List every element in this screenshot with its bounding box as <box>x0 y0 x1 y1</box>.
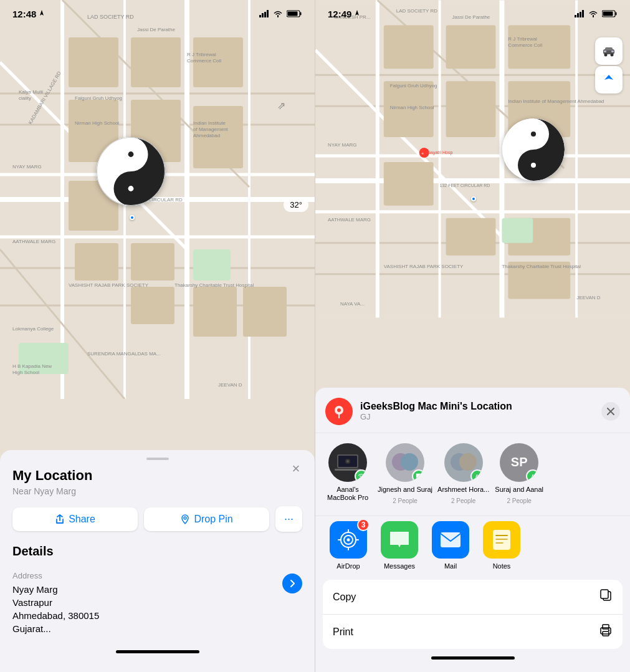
contacts-row: Aanal'sMacBook Pro Jignesh and S <box>315 433 630 516</box>
svg-text:SURENDRA MANGALDAS MA...: SURENDRA MANGALDAS MA... <box>87 351 161 357</box>
wifi-icon-right <box>588 10 598 17</box>
message-small-icon <box>416 473 422 479</box>
bottom-indicator-right <box>431 656 515 660</box>
address-text: Nyay Marg Vastrapur Ahmedabad, 380015 Gu… <box>12 583 99 635</box>
messages-icon <box>388 530 411 550</box>
app-item-messages[interactable]: Messages <box>374 521 425 570</box>
svg-rect-67 <box>300 12 302 16</box>
svg-text:NAYA VA...: NAYA VA... <box>340 301 365 307</box>
close-button-left[interactable]: × <box>287 460 305 478</box>
svg-rect-64 <box>264 12 266 17</box>
copy-icon-svg <box>599 588 613 602</box>
svg-text:Ahmedabad: Ahmedabad <box>193 133 220 138</box>
location-button[interactable] <box>595 66 623 94</box>
details-section: Details Address Nyay Marg Vastrapur Ahme… <box>12 544 302 640</box>
svg-rect-148 <box>493 530 510 550</box>
svg-point-120 <box>604 54 608 57</box>
right-phone: LAD SOCIETY RD Jassi De Parathe R J Trib… <box>315 0 630 672</box>
share-sheet: iGeeksBlog Mac Mini's Location GJ <box>315 388 630 672</box>
contact-initials-sp: SP <box>511 455 528 469</box>
status-bar-left: 12:48 <box>0 0 315 27</box>
svg-point-132 <box>337 408 341 412</box>
contact-name-arshmeet: Arshmeet Hora... <box>437 486 489 494</box>
driving-mode-button[interactable] <box>595 37 623 65</box>
more-button[interactable]: ··· <box>275 506 302 532</box>
svg-rect-18 <box>131 37 181 87</box>
svg-text:R J Tribrewal: R J Tribrewal <box>187 52 216 57</box>
location-arrow-icon <box>603 74 614 85</box>
svg-rect-130 <box>603 12 613 16</box>
svg-text:Falguni Gruh Udhyog: Falguni Gruh Udhyog <box>390 83 437 89</box>
location-title: My Location <box>12 468 302 484</box>
airdrop-icon-wrap: 3 <box>330 521 367 559</box>
svg-text:JEEVAN D: JEEVAN D <box>576 295 601 300</box>
svg-point-116 <box>531 132 536 137</box>
wifi-small-icon <box>358 473 365 480</box>
close-x-icon <box>607 408 614 415</box>
app-item-airdrop[interactable]: 3 AirDrop <box>323 521 374 570</box>
temperature-badge: 32° <box>284 198 308 212</box>
svg-text:NYAY MARG: NYAY MARG <box>12 164 42 170</box>
contact-item-macbook[interactable]: Aanal'sMacBook Pro <box>323 443 373 506</box>
contact-avatar-jignesh <box>386 443 424 482</box>
address-share-icon[interactable] <box>282 574 302 593</box>
app-item-mail[interactable]: Mail <box>425 521 476 570</box>
location-pin-avatar <box>325 398 353 425</box>
svg-text:AATHWALE MARG: AATHWALE MARG <box>328 217 371 223</box>
contact-item-jignesh[interactable]: Jignesh and Suraj 2 People <box>378 443 432 506</box>
contact-sub-jignesh: 2 People <box>393 497 417 504</box>
notes-icon-wrap <box>483 521 520 559</box>
svg-point-146 <box>347 539 350 542</box>
svg-point-69 <box>184 517 186 519</box>
location-subtitle: Near Nyay Marg <box>12 486 302 496</box>
svg-rect-126 <box>580 12 581 17</box>
svg-rect-25 <box>131 243 174 281</box>
apps-row: 3 AirDrop Messages <box>315 516 630 575</box>
svg-text:Thakarshy Charitable Trust Hos: Thakarshy Charitable Trust Hospital <box>174 282 254 288</box>
svg-rect-123 <box>611 50 614 52</box>
svg-text:Kalya Multi: Kalya Multi <box>19 89 43 95</box>
address-label: Address <box>12 571 99 580</box>
pin-icon <box>332 405 346 418</box>
svg-text:AATHWALE MARG: AATHWALE MARG <box>12 239 55 244</box>
svg-rect-62 <box>259 15 261 17</box>
battery-icon-right <box>602 10 618 17</box>
contact-item-suraj[interactable]: SP A Suraj and Aanal 2 People <box>494 443 544 506</box>
print-label: Print <box>333 626 353 638</box>
svg-rect-88 <box>446 81 496 137</box>
svg-rect-63 <box>262 13 264 17</box>
share-button[interactable]: Share <box>12 507 138 531</box>
svg-point-60 <box>128 186 134 191</box>
details-title: Details <box>12 544 302 559</box>
arshmeet-messages-badge: A <box>470 469 483 482</box>
svg-text:Gayatri Hosp: Gayatri Hosp <box>427 150 453 155</box>
left-phone: LAD SOCIETY RD KADAMBARI VILLAGE RD Jass… <box>0 0 315 672</box>
copy-action-row[interactable]: Copy <box>323 580 623 615</box>
svg-text:JEEVAN D: JEEVAN D <box>218 382 242 388</box>
svg-text:Thakarshy Charitable Trust Hos: Thakarshy Charitable Trust Hospital <box>502 264 581 269</box>
svg-point-143 <box>459 453 477 471</box>
drop-pin-button[interactable]: Drop Pin <box>144 507 269 531</box>
contact-name-jignesh: Jignesh and Suraj <box>378 486 432 494</box>
close-sheet-button[interactable] <box>601 402 620 421</box>
svg-rect-26 <box>131 287 174 324</box>
svg-text:Falguni Gruh Udhyog: Falguni Gruh Udhyog <box>75 95 122 101</box>
suraj-messages-badge: A <box>526 469 538 482</box>
airdrop-icon <box>337 529 360 551</box>
car-icon <box>602 46 616 57</box>
contact-sub-arshmeet: 2 People <box>451 497 475 504</box>
contact-item-arshmeet[interactable]: A Arshmeet Hora... 2 People <box>437 443 489 506</box>
svg-rect-147 <box>441 532 461 547</box>
app-item-notes[interactable]: Notes <box>476 521 527 570</box>
mail-icon-wrap <box>432 521 469 559</box>
print-icon-svg <box>599 623 613 637</box>
svg-text:R J Tribrewal: R J Tribrewal <box>508 36 537 42</box>
status-icons-right <box>575 10 618 17</box>
signal-icon-left <box>259 10 269 17</box>
action-buttons: Share Drop Pin ··· <box>12 506 302 532</box>
app-label-messages: Messages <box>384 562 415 570</box>
print-action-row[interactable]: Print <box>323 615 623 649</box>
contact-avatar-macbook <box>328 443 367 482</box>
svg-text:Indian Institute of Management: Indian Institute of Management Ahmedabad <box>508 98 604 104</box>
share-actions: Copy Print <box>323 580 623 649</box>
